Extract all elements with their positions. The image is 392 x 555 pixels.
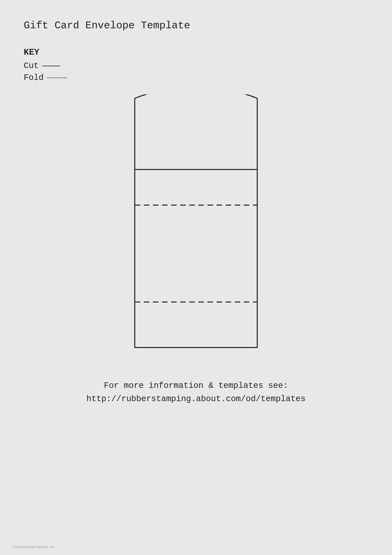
fold-key-label: Fold (24, 73, 44, 82)
footer-line2: http://rubberstamping.about.com/od/templ… (24, 392, 368, 406)
page-title: Gift Card Envelope Template (24, 20, 368, 31)
envelope-svg (99, 94, 293, 359)
fold-key-item: Fold (24, 73, 368, 82)
key-section: KEY Cut Fold (24, 47, 368, 82)
cut-key-label: Cut (24, 61, 39, 71)
watermark: fiveandtimefables.us (12, 545, 55, 549)
cut-line-icon (42, 66, 60, 66)
svg-rect-0 (135, 169, 257, 348)
fold-line-icon (47, 78, 67, 78)
envelope-container (24, 94, 368, 359)
cut-key-item: Cut (24, 61, 368, 71)
footer-line1: For more information & templates see: (24, 379, 368, 392)
key-label: KEY (24, 47, 368, 57)
footer-section: For more information & templates see: ht… (24, 379, 368, 406)
envelope-wrapper (99, 94, 293, 359)
page: Gift Card Envelope Template KEY Cut Fold (0, 0, 392, 555)
